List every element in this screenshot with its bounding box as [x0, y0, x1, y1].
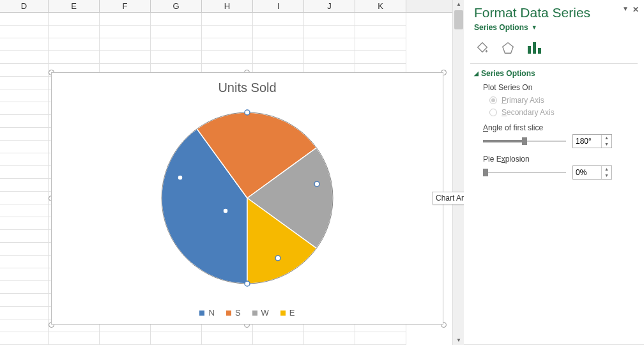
svg-point-5	[275, 256, 280, 261]
legend-swatch	[252, 310, 257, 316]
col-header-J[interactable]: J	[304, 0, 355, 12]
pane-controls: ▼ ✕	[622, 5, 639, 14]
scroll-thumb[interactable]	[454, 10, 463, 29]
explosion-input[interactable]: ▲ ▼	[572, 165, 612, 180]
spin-down-icon[interactable]: ▼	[602, 172, 611, 179]
legend-swatch	[199, 310, 204, 316]
radio-icon	[489, 109, 497, 116]
collapse-icon: ◢	[474, 70, 479, 77]
chart-title[interactable]: Units Sold	[52, 80, 443, 95]
pie-explosion-control: Pie Explosion ▲ ▼	[483, 155, 634, 180]
format-tabs	[475, 41, 634, 57]
col-header-E[interactable]: E	[49, 0, 100, 12]
angle-of-first-slice-control: Angle of first slice ▲ ▼	[483, 123, 634, 148]
legend-item[interactable]: W	[252, 308, 269, 318]
chart-area[interactable]: Units Sold NSWE	[51, 72, 443, 325]
angle-input-field[interactable]	[573, 135, 601, 148]
angle-slider[interactable]	[483, 137, 566, 146]
vertical-scrollbar[interactable]: ▲ ▼	[452, 0, 464, 345]
svg-rect-10	[538, 48, 541, 54]
col-header-I[interactable]: I	[253, 0, 304, 12]
effects-tab-icon[interactable]	[501, 41, 515, 57]
pane-close-icon[interactable]: ✕	[632, 5, 639, 14]
angle-input[interactable]: ▲ ▼	[572, 134, 612, 148]
col-header-F[interactable]: F	[100, 0, 151, 12]
legend-item[interactable]: E	[280, 308, 295, 318]
col-header-G[interactable]: G	[151, 0, 202, 12]
spin-up-icon[interactable]: ▲	[602, 135, 611, 141]
svg-point-3	[314, 181, 319, 187]
fill-tab-icon[interactable]	[475, 41, 489, 57]
svg-rect-9	[533, 42, 536, 54]
svg-rect-8	[528, 46, 531, 54]
svg-point-2	[178, 175, 183, 180]
spin-down-icon[interactable]: ▼	[602, 141, 611, 148]
pane-dropdown-icon[interactable]: ▼	[622, 5, 629, 14]
plot-series-on-label: Plot Series On	[483, 83, 634, 92]
col-header-D[interactable]: D	[0, 0, 49, 12]
chevron-down-icon: ▼	[532, 24, 537, 31]
svg-point-4	[245, 281, 250, 286]
svg-point-6	[223, 208, 228, 213]
legend-label: E	[289, 308, 295, 318]
radio-icon	[489, 96, 497, 104]
svg-point-1	[245, 110, 250, 115]
col-header-K[interactable]: K	[355, 0, 406, 12]
series-options-section[interactable]: ◢ Series Options	[474, 69, 634, 78]
explosion-input-field[interactable]	[573, 166, 601, 179]
svg-marker-7	[503, 43, 514, 54]
series-options-tab-icon[interactable]	[526, 41, 543, 57]
legend-label: S	[235, 308, 241, 318]
legend-swatch	[226, 310, 231, 316]
legend-label: N	[208, 308, 214, 318]
spin-up-icon[interactable]: ▲	[602, 166, 611, 172]
legend-item[interactable]: N	[199, 308, 214, 318]
col-header-H[interactable]: H	[202, 0, 253, 12]
legend-swatch	[280, 310, 286, 316]
legend-label: W	[261, 308, 269, 318]
primary-axis-radio: Primary Axis	[489, 96, 634, 105]
chart-legend[interactable]: NSWE	[52, 308, 443, 318]
legend-item[interactable]: S	[226, 308, 241, 318]
scroll-down-arrow[interactable]: ▼	[454, 336, 463, 345]
explosion-slider[interactable]	[483, 168, 566, 177]
scroll-up-arrow[interactable]: ▲	[454, 0, 463, 9]
secondary-axis-radio: Secondary Axis	[489, 108, 634, 117]
explosion-label: Pie Explosion	[483, 155, 634, 164]
pie-chart[interactable]	[52, 109, 443, 288]
column-headers: D E F G H I J K	[0, 0, 452, 13]
pane-title: Format Data Series	[474, 5, 634, 20]
format-data-series-pane: ▼ ✕ Format Data Series Series Options ▼ …	[464, 0, 644, 345]
angle-label: Angle of first slice	[483, 123, 634, 132]
series-options-dropdown[interactable]: Series Options ▼	[474, 23, 634, 32]
